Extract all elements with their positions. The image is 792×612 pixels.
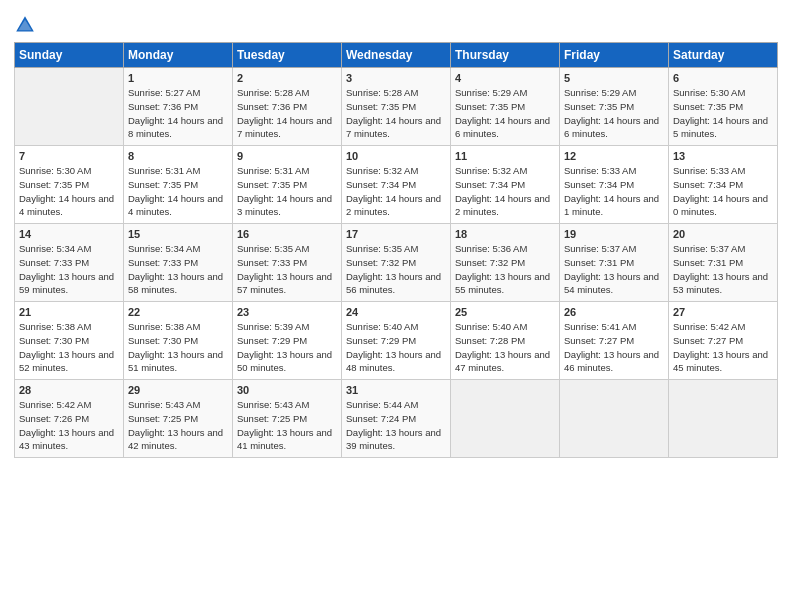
day-number: 7: [19, 150, 119, 162]
day-number: 1: [128, 72, 228, 84]
day-info: Sunrise: 5:44 AMSunset: 7:24 PMDaylight:…: [346, 398, 446, 453]
day-info: Sunrise: 5:43 AMSunset: 7:25 PMDaylight:…: [128, 398, 228, 453]
calendar-week-5: 28Sunrise: 5:42 AMSunset: 7:26 PMDayligh…: [15, 380, 778, 458]
day-number: 25: [455, 306, 555, 318]
day-number: 9: [237, 150, 337, 162]
day-info: Sunrise: 5:40 AMSunset: 7:29 PMDaylight:…: [346, 320, 446, 375]
calendar-cell: 16Sunrise: 5:35 AMSunset: 7:33 PMDayligh…: [233, 224, 342, 302]
day-number: 29: [128, 384, 228, 396]
day-number: 28: [19, 384, 119, 396]
calendar-cell: 17Sunrise: 5:35 AMSunset: 7:32 PMDayligh…: [342, 224, 451, 302]
day-info: Sunrise: 5:37 AMSunset: 7:31 PMDaylight:…: [673, 242, 773, 297]
day-number: 19: [564, 228, 664, 240]
calendar-cell: 20Sunrise: 5:37 AMSunset: 7:31 PMDayligh…: [669, 224, 778, 302]
calendar-cell: 26Sunrise: 5:41 AMSunset: 7:27 PMDayligh…: [560, 302, 669, 380]
calendar-cell: 21Sunrise: 5:38 AMSunset: 7:30 PMDayligh…: [15, 302, 124, 380]
calendar-cell: 6Sunrise: 5:30 AMSunset: 7:35 PMDaylight…: [669, 68, 778, 146]
day-header-sunday: Sunday: [15, 43, 124, 68]
day-info: Sunrise: 5:31 AMSunset: 7:35 PMDaylight:…: [237, 164, 337, 219]
calendar-cell: 10Sunrise: 5:32 AMSunset: 7:34 PMDayligh…: [342, 146, 451, 224]
day-info: Sunrise: 5:30 AMSunset: 7:35 PMDaylight:…: [19, 164, 119, 219]
day-number: 21: [19, 306, 119, 318]
day-number: 22: [128, 306, 228, 318]
calendar-cell: 7Sunrise: 5:30 AMSunset: 7:35 PMDaylight…: [15, 146, 124, 224]
day-number: 24: [346, 306, 446, 318]
calendar-cell: 25Sunrise: 5:40 AMSunset: 7:28 PMDayligh…: [451, 302, 560, 380]
day-header-thursday: Thursday: [451, 43, 560, 68]
day-number: 12: [564, 150, 664, 162]
day-number: 31: [346, 384, 446, 396]
day-number: 10: [346, 150, 446, 162]
calendar-cell: 2Sunrise: 5:28 AMSunset: 7:36 PMDaylight…: [233, 68, 342, 146]
calendar-cell: 4Sunrise: 5:29 AMSunset: 7:35 PMDaylight…: [451, 68, 560, 146]
calendar-cell: 12Sunrise: 5:33 AMSunset: 7:34 PMDayligh…: [560, 146, 669, 224]
day-info: Sunrise: 5:38 AMSunset: 7:30 PMDaylight:…: [128, 320, 228, 375]
day-number: 20: [673, 228, 773, 240]
logo-icon: [14, 14, 36, 36]
day-info: Sunrise: 5:36 AMSunset: 7:32 PMDaylight:…: [455, 242, 555, 297]
day-info: Sunrise: 5:27 AMSunset: 7:36 PMDaylight:…: [128, 86, 228, 141]
calendar-cell: 1Sunrise: 5:27 AMSunset: 7:36 PMDaylight…: [124, 68, 233, 146]
day-info: Sunrise: 5:43 AMSunset: 7:25 PMDaylight:…: [237, 398, 337, 453]
calendar-cell: 5Sunrise: 5:29 AMSunset: 7:35 PMDaylight…: [560, 68, 669, 146]
day-info: Sunrise: 5:39 AMSunset: 7:29 PMDaylight:…: [237, 320, 337, 375]
calendar-cell: [669, 380, 778, 458]
calendar-cell: 22Sunrise: 5:38 AMSunset: 7:30 PMDayligh…: [124, 302, 233, 380]
day-number: 17: [346, 228, 446, 240]
day-info: Sunrise: 5:42 AMSunset: 7:27 PMDaylight:…: [673, 320, 773, 375]
calendar-cell: 28Sunrise: 5:42 AMSunset: 7:26 PMDayligh…: [15, 380, 124, 458]
day-number: 23: [237, 306, 337, 318]
day-info: Sunrise: 5:34 AMSunset: 7:33 PMDaylight:…: [128, 242, 228, 297]
day-number: 11: [455, 150, 555, 162]
day-header-saturday: Saturday: [669, 43, 778, 68]
calendar-cell: 18Sunrise: 5:36 AMSunset: 7:32 PMDayligh…: [451, 224, 560, 302]
day-info: Sunrise: 5:32 AMSunset: 7:34 PMDaylight:…: [346, 164, 446, 219]
day-number: 8: [128, 150, 228, 162]
day-info: Sunrise: 5:38 AMSunset: 7:30 PMDaylight:…: [19, 320, 119, 375]
page-container: SundayMondayTuesdayWednesdayThursdayFrid…: [0, 0, 792, 468]
calendar-cell: 15Sunrise: 5:34 AMSunset: 7:33 PMDayligh…: [124, 224, 233, 302]
day-number: 26: [564, 306, 664, 318]
day-number: 27: [673, 306, 773, 318]
day-info: Sunrise: 5:32 AMSunset: 7:34 PMDaylight:…: [455, 164, 555, 219]
calendar-week-2: 7Sunrise: 5:30 AMSunset: 7:35 PMDaylight…: [15, 146, 778, 224]
day-number: 16: [237, 228, 337, 240]
calendar-cell: [15, 68, 124, 146]
day-info: Sunrise: 5:30 AMSunset: 7:35 PMDaylight:…: [673, 86, 773, 141]
calendar-cell: 3Sunrise: 5:28 AMSunset: 7:35 PMDaylight…: [342, 68, 451, 146]
day-number: 4: [455, 72, 555, 84]
day-number: 30: [237, 384, 337, 396]
calendar-cell: 14Sunrise: 5:34 AMSunset: 7:33 PMDayligh…: [15, 224, 124, 302]
day-info: Sunrise: 5:41 AMSunset: 7:27 PMDaylight:…: [564, 320, 664, 375]
day-info: Sunrise: 5:40 AMSunset: 7:28 PMDaylight:…: [455, 320, 555, 375]
calendar-cell: [451, 380, 560, 458]
day-info: Sunrise: 5:29 AMSunset: 7:35 PMDaylight:…: [564, 86, 664, 141]
day-info: Sunrise: 5:33 AMSunset: 7:34 PMDaylight:…: [673, 164, 773, 219]
day-info: Sunrise: 5:28 AMSunset: 7:35 PMDaylight:…: [346, 86, 446, 141]
day-number: 13: [673, 150, 773, 162]
day-header-tuesday: Tuesday: [233, 43, 342, 68]
day-number: 3: [346, 72, 446, 84]
calendar-cell: 11Sunrise: 5:32 AMSunset: 7:34 PMDayligh…: [451, 146, 560, 224]
day-info: Sunrise: 5:31 AMSunset: 7:35 PMDaylight:…: [128, 164, 228, 219]
calendar-cell: 9Sunrise: 5:31 AMSunset: 7:35 PMDaylight…: [233, 146, 342, 224]
day-info: Sunrise: 5:33 AMSunset: 7:34 PMDaylight:…: [564, 164, 664, 219]
header: [14, 10, 778, 36]
day-number: 5: [564, 72, 664, 84]
day-info: Sunrise: 5:28 AMSunset: 7:36 PMDaylight:…: [237, 86, 337, 141]
calendar-table: SundayMondayTuesdayWednesdayThursdayFrid…: [14, 42, 778, 458]
day-header-friday: Friday: [560, 43, 669, 68]
day-number: 18: [455, 228, 555, 240]
calendar-cell: 27Sunrise: 5:42 AMSunset: 7:27 PMDayligh…: [669, 302, 778, 380]
day-number: 2: [237, 72, 337, 84]
calendar-cell: 19Sunrise: 5:37 AMSunset: 7:31 PMDayligh…: [560, 224, 669, 302]
calendar-cell: 29Sunrise: 5:43 AMSunset: 7:25 PMDayligh…: [124, 380, 233, 458]
day-info: Sunrise: 5:42 AMSunset: 7:26 PMDaylight:…: [19, 398, 119, 453]
day-header-wednesday: Wednesday: [342, 43, 451, 68]
calendar-cell: 23Sunrise: 5:39 AMSunset: 7:29 PMDayligh…: [233, 302, 342, 380]
calendar-cell: 24Sunrise: 5:40 AMSunset: 7:29 PMDayligh…: [342, 302, 451, 380]
day-number: 14: [19, 228, 119, 240]
day-info: Sunrise: 5:35 AMSunset: 7:32 PMDaylight:…: [346, 242, 446, 297]
calendar-cell: 31Sunrise: 5:44 AMSunset: 7:24 PMDayligh…: [342, 380, 451, 458]
day-info: Sunrise: 5:34 AMSunset: 7:33 PMDaylight:…: [19, 242, 119, 297]
